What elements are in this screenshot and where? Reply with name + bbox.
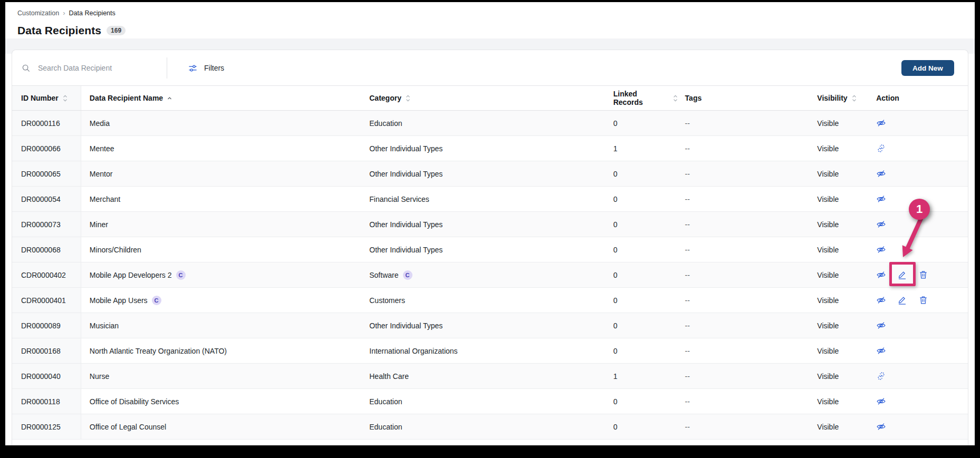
table-row-DR0000054: DR0000054MerchantFinancial Services0--Vi…	[12, 187, 968, 212]
id-number-text: DR0000054	[21, 195, 61, 203]
recipient-name-text: Office of Legal Counsel	[90, 423, 166, 431]
hide-visibility-icon[interactable]	[876, 169, 886, 179]
cell-id-number: DR0000068	[12, 237, 81, 262]
column-header-category[interactable]: Category	[361, 86, 606, 110]
hide-visibility-icon[interactable]	[876, 194, 886, 204]
visibility-text: Visible	[817, 423, 839, 431]
tags-text: --	[685, 119, 690, 128]
column-header-linked[interactable]: Linked Records	[607, 86, 678, 110]
category-text: Software	[369, 271, 398, 279]
id-number-text: DR0000065	[21, 170, 61, 178]
record-count-badge: 169	[107, 26, 126, 35]
cell-linked-records: 0	[607, 237, 678, 262]
cell-action	[867, 161, 968, 186]
search-input[interactable]: Search Data Recipient	[12, 50, 167, 86]
cell-visibility: Visible	[806, 414, 867, 439]
category-text: Other Individual Types	[369, 246, 443, 254]
cell-tags: --	[678, 136, 807, 161]
recipient-name-text: Nurse	[90, 372, 109, 381]
id-number-text: DR0000125	[21, 423, 61, 431]
category-text: Other Individual Types	[369, 220, 443, 229]
hide-visibility-icon[interactable]	[876, 346, 886, 356]
table-header-row: ID Number Data Recipient Name Category L…	[12, 86, 968, 111]
cell-visibility: Visible	[806, 288, 867, 313]
table-row-DR0000068: DR0000068Minors/ChildrenOther Individual…	[12, 237, 968, 262]
cell-tags: --	[678, 212, 807, 237]
recipient-name-text: Miner	[90, 220, 108, 229]
cell-action	[867, 338, 968, 363]
sort-icon[interactable]	[673, 95, 678, 102]
id-number-text: DR0000168	[21, 347, 61, 355]
cell-id-number: DR0000116	[12, 111, 81, 135]
table-row-DR0000066: DR0000066MenteeOther Individual Types1--…	[12, 136, 968, 161]
cell-visibility: Visible	[806, 338, 867, 363]
hide-visibility-icon[interactable]	[876, 396, 886, 406]
table-row-DR0000089: DR0000089MusicianOther Individual Types0…	[12, 313, 968, 338]
id-number-text: DR0000089	[21, 321, 61, 330]
hide-visibility-icon[interactable]	[876, 295, 886, 305]
cell-id-number: DR0000066	[12, 136, 81, 161]
sort-icon[interactable]	[852, 95, 857, 102]
unlink-icon[interactable]	[876, 371, 886, 381]
delete-icon[interactable]	[918, 270, 928, 280]
breadcrumb-customization[interactable]: Customization	[17, 9, 59, 17]
unlink-icon[interactable]	[876, 143, 886, 153]
visibility-text: Visible	[817, 372, 839, 381]
recipient-name-text: Mobile App Users	[90, 296, 148, 305]
hide-visibility-icon[interactable]	[876, 270, 886, 280]
cell-tags: --	[678, 364, 807, 388]
content-window: Customization › Data Recipients Data Rec…	[5, 2, 975, 445]
page-title: Data Recipients	[17, 24, 101, 37]
breadcrumb-data-recipients: Data Recipients	[69, 9, 116, 17]
tags-text: --	[685, 321, 690, 330]
cell-visibility: Visible	[806, 161, 867, 186]
linked-records-text: 1	[613, 372, 618, 381]
cell-recipient-name: Media	[81, 111, 361, 135]
tags-text: --	[685, 423, 690, 431]
tags-text: --	[685, 372, 690, 381]
cell-action	[867, 364, 968, 388]
cell-recipient-name: North Atlantic Treaty Organization (NATO…	[81, 338, 361, 363]
cell-visibility: Visible	[806, 111, 867, 135]
hide-visibility-icon[interactable]	[876, 320, 886, 330]
custom-badge: C	[152, 296, 161, 305]
hide-visibility-icon[interactable]	[876, 422, 886, 432]
column-header-visibility[interactable]: Visibility	[806, 86, 867, 110]
sort-ascending-icon[interactable]	[167, 96, 172, 100]
add-new-button[interactable]: Add New	[901, 60, 954, 76]
cell-category: Financial Services	[361, 187, 606, 211]
filters-button[interactable]: Filters	[180, 50, 233, 86]
cell-linked-records: 0	[607, 161, 678, 186]
column-header-id[interactable]: ID Number	[12, 86, 81, 110]
column-label: Data Recipient Name	[90, 94, 163, 102]
cell-tags: --	[678, 389, 807, 414]
category-text: International Organizations	[369, 347, 457, 355]
delete-icon[interactable]	[918, 295, 928, 305]
cell-category: Other Individual Types	[361, 161, 606, 186]
visibility-text: Visible	[817, 397, 839, 406]
edit-icon[interactable]	[897, 295, 907, 305]
breadcrumb: Customization › Data Recipients	[17, 9, 116, 17]
hide-visibility-icon[interactable]	[876, 245, 886, 255]
recipient-name-text: Musician	[90, 321, 119, 330]
hide-visibility-icon[interactable]	[876, 219, 886, 229]
id-number-text: DR0000066	[21, 144, 61, 153]
column-header-name[interactable]: Data Recipient Name	[81, 86, 361, 110]
category-text: Customers	[369, 296, 405, 305]
page-header: Customization › Data Recipients Data Rec…	[5, 2, 975, 38]
cell-visibility: Visible	[806, 364, 867, 388]
cell-id-number: DR0000073	[12, 212, 81, 237]
cell-linked-records: 0	[607, 389, 678, 414]
cell-category: Customers	[361, 288, 606, 313]
cell-linked-records: 1	[607, 136, 678, 161]
visibility-text: Visible	[817, 119, 839, 128]
sort-icon[interactable]	[63, 95, 68, 102]
id-number-text: CDR0000402	[21, 271, 66, 279]
cell-recipient-name: Office of Disability Services	[81, 389, 361, 414]
sort-icon[interactable]	[406, 95, 410, 102]
cell-category: Education	[361, 414, 606, 439]
visibility-text: Visible	[817, 246, 839, 254]
recipient-name-text: Office of Disability Services	[90, 397, 179, 406]
annotation-step-1-badge: 1	[909, 199, 930, 220]
hide-visibility-icon[interactable]	[876, 118, 886, 128]
